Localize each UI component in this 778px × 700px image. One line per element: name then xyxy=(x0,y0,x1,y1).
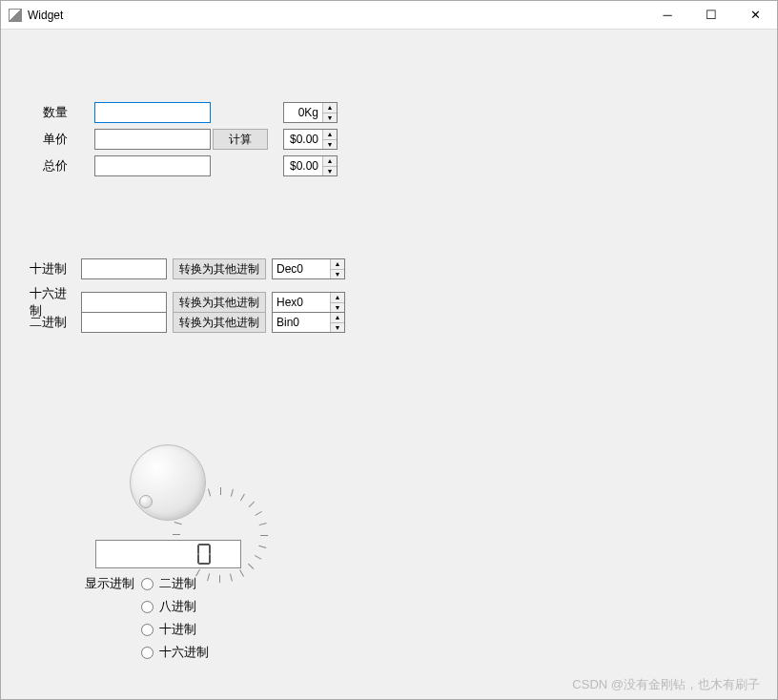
spin-down-icon[interactable]: ▼ xyxy=(330,270,344,279)
hex-input[interactable] xyxy=(81,292,167,313)
dec-row: 十进制 转换为其他进制 ▲ ▼ xyxy=(30,258,345,279)
maximize-button[interactable]: ☐ xyxy=(689,1,733,30)
unit-input[interactable] xyxy=(94,129,211,150)
dial[interactable] xyxy=(115,430,220,535)
lcd-display xyxy=(95,540,241,568)
radix-label: 显示进制 xyxy=(85,575,134,592)
qty-label: 数量 xyxy=(43,104,89,121)
spin-kg-row: ▲ ▼ xyxy=(283,102,338,123)
qty-input[interactable] xyxy=(94,102,211,123)
bin-input[interactable] xyxy=(81,312,167,333)
minimize-button[interactable]: ─ xyxy=(645,1,689,30)
hex-spin-buttons: ▲ ▼ xyxy=(330,293,344,312)
client-area: 数量 单价 总价 计算 ▲ ▼ xyxy=(1,30,777,699)
bin-row: 二进制 转换为其他进制 ▲ ▼ xyxy=(30,312,345,333)
hex-spinbox[interactable]: ▲ ▼ xyxy=(272,292,345,313)
app-icon xyxy=(9,9,22,22)
watermark: CSDN @没有金刚钻，也木有刷子 xyxy=(572,676,760,693)
radio-hex-label: 十六进制 xyxy=(159,644,209,661)
spin-down-icon[interactable]: ▼ xyxy=(330,323,344,333)
unit-label: 单价 xyxy=(43,131,89,148)
dec-spin-buttons: ▲ ▼ xyxy=(330,259,344,278)
window-title: Widget xyxy=(28,9,645,22)
spin-down-icon[interactable]: ▼ xyxy=(330,303,344,313)
price1-spinbox[interactable]: ▲ ▼ xyxy=(283,129,338,150)
hex-spin-value[interactable] xyxy=(273,293,330,312)
spin-down-icon[interactable]: ▼ xyxy=(322,167,337,176)
spin-up-icon[interactable]: ▲ xyxy=(330,313,344,323)
radio-bin-label: 二进制 xyxy=(159,575,196,592)
radio-oct-row: 八进制 xyxy=(141,598,209,615)
price2-spin-value[interactable] xyxy=(284,156,322,175)
spin-up-icon[interactable]: ▲ xyxy=(322,130,337,140)
titlebar: Widget ─ ☐ ✕ xyxy=(1,1,777,30)
bin-spin-value[interactable] xyxy=(273,313,330,332)
radio-dec-label: 十进制 xyxy=(159,621,196,638)
radio-hex-row: 十六进制 xyxy=(141,644,209,661)
radio-oct-label: 八进制 xyxy=(159,598,196,615)
dec-spinbox[interactable]: ▲ ▼ xyxy=(272,258,345,279)
spin-price2-row: ▲ ▼ xyxy=(283,155,338,176)
calc-row: 计算 xyxy=(213,129,268,150)
radio-bin[interactable] xyxy=(141,578,154,590)
spin-up-icon[interactable]: ▲ xyxy=(322,103,337,113)
calc-button[interactable]: 计算 xyxy=(213,129,268,150)
radix-radio-group: 显示进制 二进制 八进制 十进制 十六进制 xyxy=(85,575,209,667)
unit-row: 单价 xyxy=(43,129,211,150)
radio-oct[interactable] xyxy=(141,601,154,613)
bin-label: 二进制 xyxy=(30,314,75,331)
qty-spin-value[interactable] xyxy=(284,103,322,122)
main-window: Widget ─ ☐ ✕ 数量 单价 总价 计算 ▲ xyxy=(0,0,778,700)
radio-hex[interactable] xyxy=(141,647,154,659)
spin-up-icon[interactable]: ▲ xyxy=(330,259,344,270)
total-input[interactable] xyxy=(94,155,211,176)
price1-spin-buttons: ▲ ▼ xyxy=(322,130,337,149)
spin-price1-row: ▲ ▼ xyxy=(283,129,338,150)
radio-bin-row: 二进制 xyxy=(141,575,209,592)
qty-spinbox[interactable]: ▲ ▼ xyxy=(283,102,338,123)
dial-knob[interactable] xyxy=(130,444,206,521)
bin-spinbox[interactable]: ▲ ▼ xyxy=(272,312,345,333)
qty-spin-buttons: ▲ ▼ xyxy=(322,103,337,122)
hex-convert-button[interactable]: 转换为其他进制 xyxy=(173,292,266,313)
total-row: 总价 xyxy=(43,155,211,176)
bin-convert-button[interactable]: 转换为其他进制 xyxy=(173,312,266,333)
radio-dec-row: 十进制 xyxy=(141,621,209,638)
dec-convert-button[interactable]: 转换为其他进制 xyxy=(173,258,266,279)
price1-spin-value[interactable] xyxy=(284,130,322,149)
close-button[interactable]: ✕ xyxy=(733,1,777,30)
window-controls: ─ ☐ ✕ xyxy=(645,1,777,30)
spin-down-icon[interactable]: ▼ xyxy=(322,113,337,123)
bin-spin-buttons: ▲ ▼ xyxy=(330,313,344,332)
lcd-digit-0 xyxy=(196,543,212,566)
price2-spinbox[interactable]: ▲ ▼ xyxy=(283,155,338,176)
spin-up-icon[interactable]: ▲ xyxy=(330,293,344,303)
dial-indicator xyxy=(139,495,153,508)
dec-input[interactable] xyxy=(81,258,167,279)
spin-up-icon[interactable]: ▲ xyxy=(322,156,337,167)
radio-dec[interactable] xyxy=(141,624,154,636)
qty-row: 数量 xyxy=(43,102,211,123)
dec-spin-value[interactable] xyxy=(273,259,330,278)
dec-label: 十进制 xyxy=(30,260,75,278)
price2-spin-buttons: ▲ ▼ xyxy=(322,156,337,175)
total-label: 总价 xyxy=(43,157,89,175)
spin-down-icon[interactable]: ▼ xyxy=(322,140,337,150)
